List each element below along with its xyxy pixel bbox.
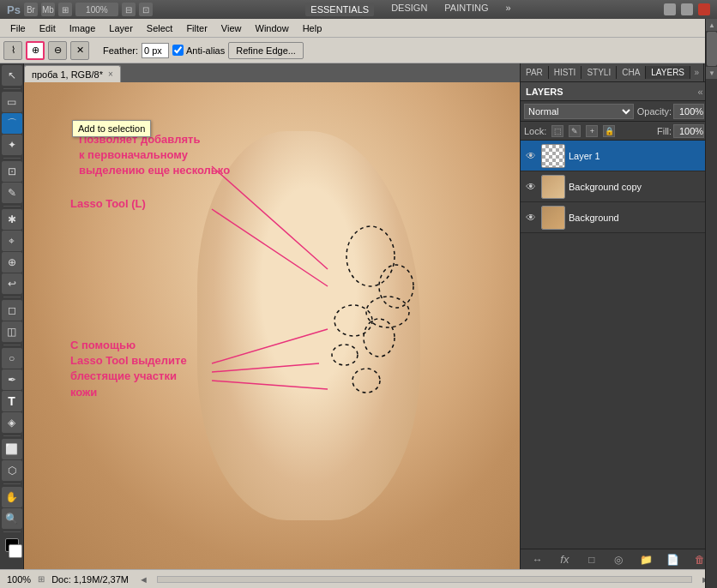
blend-mode-select[interactable]: Normal (524, 104, 634, 119)
lasso-add-tool[interactable]: ⊕ (26, 41, 45, 60)
tool-eyedropper[interactable]: ✎ (2, 183, 22, 203)
opacity-input[interactable] (673, 104, 704, 119)
maximize-button[interactable] (681, 3, 693, 15)
scroll-thumb-right[interactable] (707, 32, 717, 66)
scroll-track-right[interactable] (706, 32, 717, 66)
layer-row-3[interactable]: 👁 Background 🔒 (521, 202, 717, 233)
menu-help[interactable]: Help (296, 21, 329, 35)
tool-3d[interactable]: ⬡ (2, 460, 22, 481)
close-button[interactable] (698, 3, 710, 15)
tool-dodge[interactable]: ○ (2, 348, 22, 369)
menu-window[interactable]: Window (249, 21, 296, 35)
menu-layer[interactable]: Layer (102, 21, 140, 35)
canvas-tab[interactable]: проба 1, RGB/8* × (24, 65, 121, 82)
tool-hand[interactable]: ✋ (2, 487, 22, 507)
nav-design[interactable]: DESIGN (391, 3, 427, 16)
titlebar-left: Ps Br Mb ⊞ 100% ⊟ ⊡ (7, 3, 153, 16)
status-thumb-icon[interactable]: ⊞ (38, 574, 45, 584)
tab-styli[interactable]: STYLI (581, 66, 617, 79)
background-color[interactable] (9, 544, 22, 558)
layer-3-name: Background (569, 213, 700, 223)
mini-icon[interactable]: Mb (41, 3, 55, 16)
menu-filter[interactable]: Filter (179, 21, 214, 35)
layer-3-visibility-icon[interactable]: 👁 (524, 211, 538, 225)
zoom-level: 100% (7, 574, 31, 585)
lock-move-icon[interactable]: + (586, 125, 598, 137)
tool-path-select[interactable]: ◈ (2, 412, 22, 433)
layer-row-2[interactable]: 👁 Background copy (521, 171, 717, 202)
tool-shape[interactable]: ⬜ (2, 439, 22, 459)
scroll-bar-bottom[interactable] (157, 576, 692, 583)
layer-2-visibility-icon[interactable]: 👁 (524, 180, 538, 194)
menu-image[interactable]: Image (63, 21, 103, 35)
tool-move[interactable]: ↖ (2, 65, 22, 86)
mask-icon[interactable]: □ (584, 552, 600, 567)
layers-collapse-icon[interactable]: « (697, 87, 702, 97)
tool-type[interactable]: T (2, 391, 22, 411)
tool-quick-select[interactable]: ✦ (2, 135, 22, 155)
fill-input[interactable] (673, 124, 704, 138)
mode-icon[interactable]: ⊞ (58, 3, 72, 16)
tool-zoom[interactable]: 🔍 (2, 508, 22, 529)
lock-position-icon[interactable]: ✎ (569, 125, 581, 137)
tool-crop[interactable]: ⊡ (2, 161, 22, 182)
new-layer-icon[interactable]: 📄 (666, 552, 681, 567)
zoom-display[interactable]: 100% (75, 3, 118, 16)
lasso-intersect-tool[interactable]: ✕ (70, 41, 89, 60)
tool-brush[interactable]: ⌖ (2, 231, 22, 251)
layer-1-visibility-icon[interactable]: 👁 (524, 149, 538, 163)
status-scroll-left[interactable]: ◄ (139, 574, 148, 585)
nav-expand-icon[interactable]: » (505, 3, 510, 16)
layer-row-1[interactable]: 👁 Layer 1 (521, 141, 717, 171)
tab-histi[interactable]: HISTI (549, 66, 582, 79)
antialias-label: Anti-alias (186, 45, 225, 56)
tab-layers[interactable]: LAYERS (646, 66, 690, 79)
scroll-down-button[interactable]: ▼ (706, 67, 717, 79)
tool-lasso[interactable]: ⌒ (2, 113, 22, 134)
lasso-normal-tool[interactable]: ⌇ (3, 41, 22, 60)
statusbar: 100% ⊞ Doc: 1,19M/2,37M ◄ ► (0, 569, 717, 588)
menu-edit[interactable]: Edit (33, 21, 63, 35)
scroll-up-button[interactable]: ▲ (706, 19, 717, 31)
tool-marquee[interactable]: ▭ (2, 92, 22, 112)
tool-stamp[interactable]: ⊕ (2, 252, 22, 273)
link-layers-icon[interactable]: ↔ (530, 552, 545, 567)
tool-pen[interactable]: ✒ (2, 369, 22, 390)
menu-select[interactable]: Select (140, 21, 180, 35)
lock-pixels-icon[interactable]: ⬚ (551, 125, 563, 137)
fx-icon[interactable]: fx (557, 552, 572, 567)
nav-essentials[interactable]: ESSENTIALS (305, 3, 374, 16)
tab-par[interactable]: PAR (521, 66, 549, 79)
nav-painting[interactable]: PAINTING (444, 3, 488, 16)
tool-spot-heal[interactable]: ✱ (2, 209, 22, 230)
tool-history-brush[interactable]: ↩ (2, 273, 22, 294)
tooltip-text: Add to selection (78, 123, 145, 134)
menu-file[interactable]: File (3, 21, 33, 35)
adjustment-icon[interactable]: ◎ (611, 552, 626, 567)
tab-close-icon[interactable]: × (108, 69, 113, 79)
screen-icon[interactable]: ⊡ (139, 3, 153, 16)
antialias-checkbox[interactable] (172, 45, 184, 56)
canvas-image[interactable]: Позволяет добавлять к первоначальному вы… (24, 82, 520, 569)
minimize-button[interactable] (664, 3, 676, 15)
tab-cha[interactable]: CHA (617, 66, 646, 79)
panel-collapse-icon[interactable]: » (690, 63, 703, 82)
overlay-text-3: С помощью Lasso Tool выделите блестящие … (70, 338, 187, 400)
tab-bar: проба 1, RGB/8* × (24, 63, 520, 82)
refine-edge-button[interactable]: Refine Edge... (228, 42, 304, 59)
options-bar: ⌇ ⊕ ⊖ ✕ Feather: Anti-alias Refine Edge.… (0, 38, 717, 63)
arrange-icon[interactable]: ⊟ (122, 3, 136, 16)
group-icon[interactable]: 📁 (638, 552, 654, 567)
layers-bottom-bar: ↔ fx □ ◎ 📁 📄 🗑 (521, 549, 717, 569)
lasso-subtract-tool[interactable]: ⊖ (48, 41, 67, 60)
left-toolbar: ↖ ▭ ⌒ ✦ ⊡ ✎ ✱ ⌖ ⊕ ↩ ◻ ◫ ○ ✒ T ◈ ⬜ ⬡ ✋ 🔍 (0, 63, 24, 569)
layer-2-photo (542, 176, 564, 198)
doc-size: Doc: 1,19M/2,37M (51, 574, 129, 585)
tool-eraser[interactable]: ◻ (2, 300, 22, 321)
lock-all-icon[interactable]: 🔒 (603, 125, 615, 137)
tool-gradient[interactable]: ◫ (2, 321, 22, 342)
menu-view[interactable]: View (214, 21, 249, 35)
feather-input[interactable] (142, 43, 169, 58)
blend-opacity-row: Normal Opacity: ▼ (521, 101, 717, 122)
bridge-icon[interactable]: Br (24, 3, 38, 16)
